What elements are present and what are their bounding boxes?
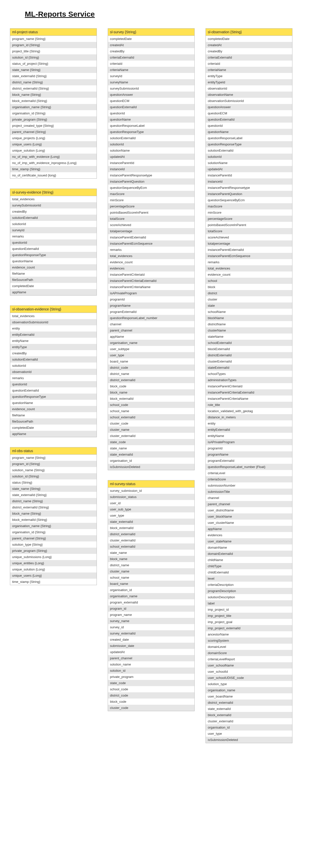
table-row: createdBy <box>206 48 292 54</box>
table-row: state_externalId <box>108 519 194 525</box>
table-row: cluster_name <box>108 427 194 433</box>
table-row: remarks <box>206 259 292 265</box>
table-row: questionAnswer <box>108 92 194 98</box>
table-row: district_name <box>108 562 194 568</box>
table-row: survey_submission_id <box>108 488 194 494</box>
table-row: appName <box>10 431 96 437</box>
table-row: criteriaScore <box>206 476 292 483</box>
table-row: entityName <box>206 433 292 439</box>
table-row: questionExternalId <box>108 104 194 110</box>
table-row: total_evidences <box>10 313 96 319</box>
table-row: state_code <box>108 680 194 686</box>
table-row: school_code <box>108 402 194 408</box>
table-row: board_name <box>108 358 194 365</box>
table-row: isAPrivateProgram <box>206 439 292 445</box>
table-row: user_schoolUDISE_code <box>206 675 292 681</box>
table-row: observationId <box>10 369 96 375</box>
table-row: fileName <box>10 271 96 277</box>
table-row: instanceParentCriteriaName <box>108 284 194 290</box>
table-row: questionAnswer <box>206 104 292 110</box>
page-root: ML-Reports Service ml-project-statusprog… <box>0 0 316 758</box>
table-row: isSubmissionDeleted <box>108 464 194 470</box>
table-row: isAPrivateProgram <box>108 290 194 296</box>
table-row: instanceParentQuestion <box>108 178 194 185</box>
table-row: distance_in_meters <box>206 414 292 420</box>
table-row: block_name <box>108 389 194 396</box>
table-row: solutionName <box>206 160 292 166</box>
table-row: district_name <box>108 371 194 377</box>
table-row: user_boardName <box>206 693 292 700</box>
page-title: ML-Reports Service <box>25 10 306 18</box>
table-row: project_title {String} <box>10 48 96 54</box>
table-row: maxScore <box>206 203 292 210</box>
table-row: channel <box>108 321 194 327</box>
table-sl-observation-evidence-string-: sl-observation-evidence {String}total_ev… <box>10 306 97 437</box>
table-row: role_title <box>206 402 292 408</box>
table-row: instanceParentExternalId <box>108 234 194 241</box>
table-row: block_externalId <box>108 396 194 402</box>
table-row: instanceParentCriteriaExternalId <box>206 389 292 396</box>
table-row: time_stamp {String} <box>10 579 96 585</box>
table-row: unique_solution {Long} <box>10 147 96 154</box>
table-row: organisation_id {String} <box>10 110 96 116</box>
table-row: pointsBasedScoreInParent <box>108 210 194 216</box>
table-row: total_evidences <box>108 253 194 259</box>
table-row: entityExternalId <box>10 332 96 338</box>
table-row: observationName <box>206 92 292 98</box>
table-row: cluster_name <box>108 568 194 575</box>
table-row: project_created_type {String} <box>10 123 96 129</box>
table-row: private_program {String} <box>10 116 96 123</box>
table-header: ml-obs-status <box>10 447 96 455</box>
table-row: programName <box>206 452 292 458</box>
table-row: private_program <box>108 674 194 680</box>
table-body: survey_submission_idsubmission_statususe… <box>108 488 194 711</box>
table-row: district_externalId <box>206 700 292 706</box>
table-row: questionResponseType <box>10 252 96 258</box>
table-row: school <box>206 278 292 284</box>
table-row: user_subtype <box>108 346 194 352</box>
table-row: district_code <box>108 692 194 699</box>
table-row: survey_externalId <box>108 630 194 637</box>
table-row: entityExternalId <box>206 427 292 433</box>
table-row: minScore <box>206 210 292 216</box>
table-row: channel <box>206 495 292 501</box>
table-row: block_name {String} <box>10 510 96 517</box>
table-row: programId <box>108 296 194 303</box>
table-row: childName <box>206 557 292 563</box>
table-row: fileName <box>10 412 96 418</box>
table-row: createdBy <box>10 209 96 215</box>
table-row: instanceParentQuestion <box>206 191 292 197</box>
table-row: observationSubmissionId <box>206 98 292 104</box>
table-row: criteriaId <box>206 61 292 67</box>
table-row: program_externalId <box>108 599 194 606</box>
table-row: remarks <box>108 247 194 253</box>
table-header: sl-survey {String} <box>108 29 194 36</box>
table-row: block_externalId {String} <box>10 517 96 523</box>
table-row: criteriaLevelReport <box>206 656 292 662</box>
table-row: instanceParentCriteriaName <box>206 396 292 402</box>
table-row: entityType <box>206 73 292 79</box>
columns-container: ml-project-statusprogram_name {String}pr… <box>10 28 306 743</box>
table-row: block_externalId <box>108 525 194 531</box>
table-row: scoreAchieved <box>108 222 194 228</box>
table-row: level <box>206 576 292 582</box>
table-row: parent_channel {String} <box>10 535 96 541</box>
table-row: solutionId <box>10 363 96 369</box>
table-row: remarks <box>10 375 96 381</box>
table-row: location_validated_with_geotag <box>206 408 292 414</box>
table-row: entityName <box>10 338 96 344</box>
table-row: createdBy <box>10 350 96 356</box>
table-row: survey_id <box>108 624 194 630</box>
table-row: domainLevel <box>206 644 292 650</box>
table-row: questionResponseLabel <box>108 123 194 129</box>
table-row: instanceParentResponsetype <box>108 172 194 178</box>
table-row: questionName <box>10 400 96 406</box>
table-row: questionExternalId <box>10 388 96 394</box>
table-row: imp_project_id <box>206 607 292 613</box>
table-row: criteriaLevel <box>206 470 292 476</box>
table-row: questionId <box>108 110 194 116</box>
table-row: instanceId <box>206 178 292 185</box>
table-header: sl-observation-evidence {String} <box>10 306 96 313</box>
table-row: state_name {String} <box>10 486 96 492</box>
table-row: user_districtName <box>206 507 292 514</box>
